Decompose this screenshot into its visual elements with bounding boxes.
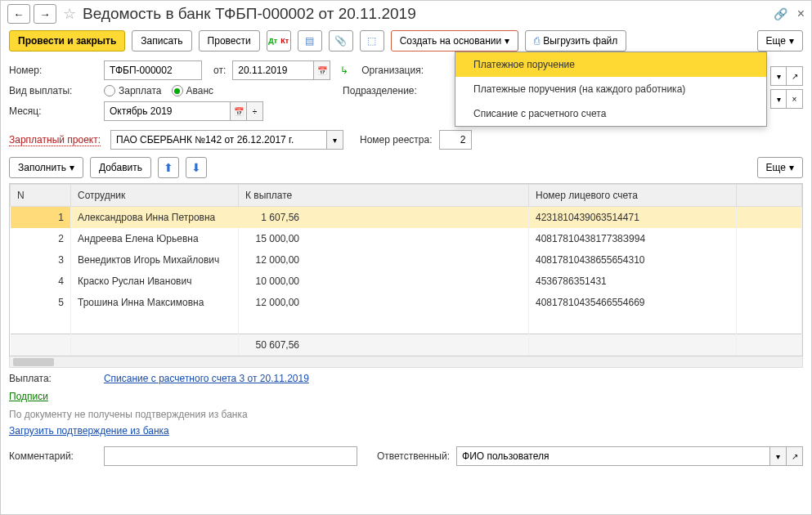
upload-file-button[interactable]: ⎙ Выгрузить файл bbox=[525, 30, 626, 52]
from-label: от: bbox=[213, 65, 226, 76]
dt-kt-icon[interactable]: ДтКт bbox=[267, 30, 291, 52]
attachment-icon[interactable]: 📎 bbox=[329, 30, 353, 52]
table-row[interactable]: 4 Краско Руслан Иванович 10 000,00 45367… bbox=[11, 271, 802, 292]
clear-icon[interactable]: × bbox=[787, 89, 803, 109]
employee-table: N Сотрудник К выплате Номер лицевого сче… bbox=[10, 184, 802, 356]
number-label: Номер: bbox=[9, 65, 97, 76]
load-confirmation-link[interactable]: Загрузить подтверждение из банка bbox=[9, 425, 169, 437]
favorite-star-icon[interactable]: ☆ bbox=[63, 5, 76, 23]
link-icon[interactable]: 🔗 bbox=[774, 7, 787, 20]
move-down-button[interactable]: ⬇ bbox=[186, 157, 207, 178]
payout-label: Выплата: bbox=[9, 373, 52, 384]
empty-row bbox=[11, 313, 802, 334]
move-up-button[interactable]: ⬆ bbox=[158, 157, 179, 178]
create-based-button[interactable]: Создать на основании ▾ bbox=[391, 30, 519, 52]
total-cell: 50 607,56 bbox=[239, 334, 529, 356]
bank-note: По документу не получены подтверждения и… bbox=[1, 407, 811, 422]
table-more-button[interactable]: Еще ▾ bbox=[757, 157, 803, 178]
col-n-header[interactable]: N bbox=[11, 185, 71, 207]
calendar-icon[interactable]: 📅 bbox=[314, 60, 330, 80]
radio-advance-label: Аванс bbox=[186, 85, 214, 96]
payout-link[interactable]: Списание с расчетного счета 3 от 20.11.2… bbox=[104, 373, 309, 384]
comment-label: Комментарий: bbox=[9, 450, 97, 462]
document-icon[interactable]: ▤ bbox=[298, 30, 322, 52]
radio-advance[interactable]: Аванс bbox=[172, 85, 214, 96]
number-input[interactable] bbox=[104, 60, 202, 80]
chevron-down-icon: ▾ bbox=[789, 35, 794, 47]
select-icon[interactable]: ▾ bbox=[770, 89, 787, 109]
stepper-icon[interactable]: ÷ bbox=[247, 101, 263, 121]
upload-label: Выгрузить файл bbox=[543, 35, 617, 47]
project-label: Зарплатный проект: bbox=[9, 134, 101, 146]
month-input[interactable] bbox=[104, 101, 231, 121]
table-more-label: Еще bbox=[766, 162, 786, 173]
more-label: Еще bbox=[766, 35, 786, 47]
create-based-label: Создать на основании bbox=[400, 35, 502, 47]
fill-label: Заполнить bbox=[18, 162, 66, 173]
close-icon[interactable]: × bbox=[797, 7, 805, 21]
table-row[interactable]: 5 Трошина Инна Максимовна 12 000,00 4081… bbox=[11, 292, 802, 313]
responsible-label: Ответственный: bbox=[377, 450, 450, 462]
create-based-dropdown: Платежное поручение Платежные поручения … bbox=[455, 52, 767, 127]
col-acc-header[interactable]: Номер лицевого счета bbox=[529, 185, 737, 207]
dropdown-icon[interactable]: ▾ bbox=[770, 446, 787, 466]
nav-back-button[interactable]: ← bbox=[7, 4, 30, 24]
col-extra-header[interactable] bbox=[737, 185, 802, 207]
table-row[interactable]: 1 Александрова Инна Петровна 1 607,56 42… bbox=[11, 207, 802, 228]
chevron-down-icon: ▾ bbox=[70, 162, 74, 173]
dropdown-item-payment-order[interactable]: Платежное поручение bbox=[455, 52, 766, 77]
paytype-label: Вид выплаты: bbox=[9, 85, 97, 96]
save-button[interactable]: Записать bbox=[132, 30, 191, 52]
dropdown-item-payment-orders-each[interactable]: Платежные поручения (на каждого работник… bbox=[455, 77, 766, 101]
responsible-input[interactable] bbox=[456, 446, 770, 466]
month-label: Месяц: bbox=[9, 105, 97, 117]
structure-icon[interactable]: ⬚ bbox=[360, 30, 384, 52]
comment-input[interactable] bbox=[104, 446, 357, 466]
date-input[interactable] bbox=[232, 60, 314, 80]
chevron-down-icon: ▾ bbox=[789, 162, 794, 173]
radio-salary[interactable]: Зарплата bbox=[104, 85, 162, 96]
dropdown-icon[interactable]: ▾ bbox=[327, 130, 343, 150]
col-emp-header[interactable]: Сотрудник bbox=[71, 185, 239, 207]
org-label: Организация: bbox=[361, 65, 424, 76]
dept-label: Подразделение: bbox=[343, 85, 417, 96]
signatures-link[interactable]: Подписи bbox=[9, 391, 48, 402]
open-icon[interactable]: ↗ bbox=[787, 66, 803, 86]
col-pay-header[interactable]: К выплате bbox=[239, 185, 529, 207]
table-row[interactable]: 3 Венедиктов Игорь Михайлович 12 000,00 … bbox=[11, 249, 802, 271]
registry-label: Номер реестра: bbox=[360, 134, 432, 146]
registry-input[interactable] bbox=[439, 130, 472, 150]
open-icon[interactable]: ↗ bbox=[787, 446, 803, 466]
horizontal-scrollbar[interactable] bbox=[9, 356, 803, 368]
page-title: Ведомость в банк ТФБП-000002 от 20.11.20… bbox=[83, 5, 770, 23]
post-button[interactable]: Провести bbox=[199, 30, 260, 52]
fill-button[interactable]: Заполнить ▾ bbox=[9, 157, 83, 178]
chevron-down-icon: ▾ bbox=[505, 35, 509, 47]
more-button[interactable]: Еще ▾ bbox=[757, 30, 803, 52]
add-button[interactable]: Добавить bbox=[90, 157, 151, 178]
arrow-icon[interactable]: ↳ bbox=[340, 65, 348, 76]
post-and-close-button[interactable]: Провести и закрыть bbox=[9, 30, 125, 52]
select-icon[interactable]: ▾ bbox=[770, 66, 787, 86]
nav-forward-button[interactable]: → bbox=[34, 4, 56, 24]
upload-icon: ⎙ bbox=[534, 35, 540, 47]
dropdown-item-writeoff[interactable]: Списание с расчетного счета bbox=[455, 101, 766, 126]
table-row[interactable]: 2 Андреева Елена Юрьевна 15 000,00 40817… bbox=[11, 228, 802, 249]
radio-salary-label: Зарплата bbox=[119, 85, 162, 96]
project-input[interactable] bbox=[110, 130, 327, 150]
calendar-icon[interactable]: 📅 bbox=[231, 101, 247, 121]
